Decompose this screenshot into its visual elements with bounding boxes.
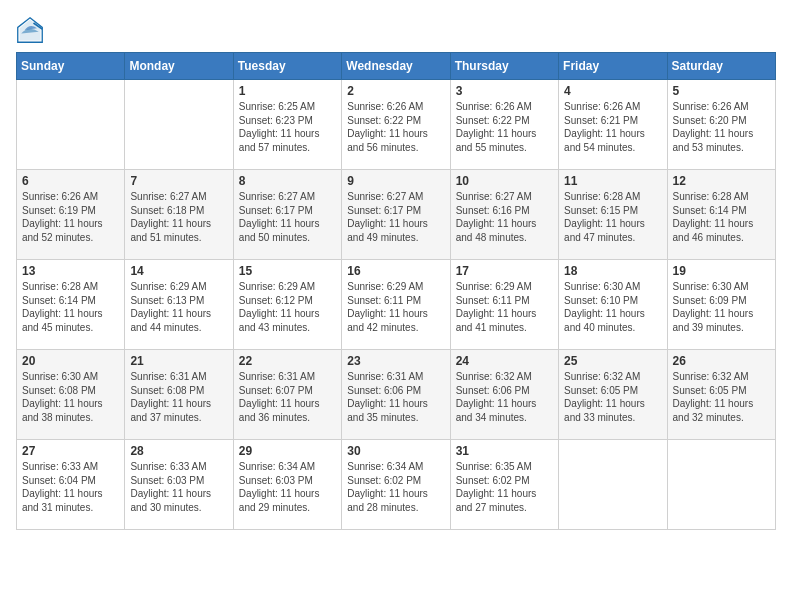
day-number: 18 (564, 264, 661, 278)
day-number: 30 (347, 444, 444, 458)
calendar-body: 1Sunrise: 6:25 AMSunset: 6:23 PMDaylight… (17, 80, 776, 530)
day-number: 11 (564, 174, 661, 188)
day-number: 10 (456, 174, 553, 188)
day-info: Sunrise: 6:30 AMSunset: 6:08 PMDaylight:… (22, 370, 119, 424)
calendar-cell: 26Sunrise: 6:32 AMSunset: 6:05 PMDayligh… (667, 350, 775, 440)
calendar-cell (125, 80, 233, 170)
calendar-cell (667, 440, 775, 530)
calendar-cell: 30Sunrise: 6:34 AMSunset: 6:02 PMDayligh… (342, 440, 450, 530)
header-day-wednesday: Wednesday (342, 53, 450, 80)
day-number: 22 (239, 354, 336, 368)
calendar-cell: 13Sunrise: 6:28 AMSunset: 6:14 PMDayligh… (17, 260, 125, 350)
day-info: Sunrise: 6:29 AMSunset: 6:11 PMDaylight:… (347, 280, 444, 334)
calendar-cell: 21Sunrise: 6:31 AMSunset: 6:08 PMDayligh… (125, 350, 233, 440)
calendar-cell: 7Sunrise: 6:27 AMSunset: 6:18 PMDaylight… (125, 170, 233, 260)
day-info: Sunrise: 6:31 AMSunset: 6:08 PMDaylight:… (130, 370, 227, 424)
day-info: Sunrise: 6:27 AMSunset: 6:16 PMDaylight:… (456, 190, 553, 244)
day-info: Sunrise: 6:29 AMSunset: 6:13 PMDaylight:… (130, 280, 227, 334)
calendar-cell (559, 440, 667, 530)
header-day-friday: Friday (559, 53, 667, 80)
calendar-cell: 15Sunrise: 6:29 AMSunset: 6:12 PMDayligh… (233, 260, 341, 350)
calendar-cell: 18Sunrise: 6:30 AMSunset: 6:10 PMDayligh… (559, 260, 667, 350)
header-day-sunday: Sunday (17, 53, 125, 80)
logo-icon (16, 16, 44, 44)
calendar-cell: 16Sunrise: 6:29 AMSunset: 6:11 PMDayligh… (342, 260, 450, 350)
calendar-cell: 9Sunrise: 6:27 AMSunset: 6:17 PMDaylight… (342, 170, 450, 260)
calendar-cell: 4Sunrise: 6:26 AMSunset: 6:21 PMDaylight… (559, 80, 667, 170)
calendar-cell: 20Sunrise: 6:30 AMSunset: 6:08 PMDayligh… (17, 350, 125, 440)
week-row-4: 20Sunrise: 6:30 AMSunset: 6:08 PMDayligh… (17, 350, 776, 440)
day-number: 24 (456, 354, 553, 368)
week-row-2: 6Sunrise: 6:26 AMSunset: 6:19 PMDaylight… (17, 170, 776, 260)
calendar-cell: 31Sunrise: 6:35 AMSunset: 6:02 PMDayligh… (450, 440, 558, 530)
day-number: 15 (239, 264, 336, 278)
day-number: 21 (130, 354, 227, 368)
calendar-cell: 5Sunrise: 6:26 AMSunset: 6:20 PMDaylight… (667, 80, 775, 170)
week-row-5: 27Sunrise: 6:33 AMSunset: 6:04 PMDayligh… (17, 440, 776, 530)
day-number: 26 (673, 354, 770, 368)
calendar-cell: 3Sunrise: 6:26 AMSunset: 6:22 PMDaylight… (450, 80, 558, 170)
calendar-table: SundayMondayTuesdayWednesdayThursdayFrid… (16, 52, 776, 530)
calendar-cell: 28Sunrise: 6:33 AMSunset: 6:03 PMDayligh… (125, 440, 233, 530)
day-info: Sunrise: 6:26 AMSunset: 6:22 PMDaylight:… (347, 100, 444, 154)
calendar-cell: 25Sunrise: 6:32 AMSunset: 6:05 PMDayligh… (559, 350, 667, 440)
day-info: Sunrise: 6:29 AMSunset: 6:12 PMDaylight:… (239, 280, 336, 334)
day-info: Sunrise: 6:31 AMSunset: 6:07 PMDaylight:… (239, 370, 336, 424)
calendar-cell: 10Sunrise: 6:27 AMSunset: 6:16 PMDayligh… (450, 170, 558, 260)
day-number: 19 (673, 264, 770, 278)
day-info: Sunrise: 6:32 AMSunset: 6:05 PMDaylight:… (564, 370, 661, 424)
day-info: Sunrise: 6:27 AMSunset: 6:18 PMDaylight:… (130, 190, 227, 244)
week-row-1: 1Sunrise: 6:25 AMSunset: 6:23 PMDaylight… (17, 80, 776, 170)
day-number: 20 (22, 354, 119, 368)
week-row-3: 13Sunrise: 6:28 AMSunset: 6:14 PMDayligh… (17, 260, 776, 350)
day-number: 4 (564, 84, 661, 98)
calendar-cell: 8Sunrise: 6:27 AMSunset: 6:17 PMDaylight… (233, 170, 341, 260)
header-row: SundayMondayTuesdayWednesdayThursdayFrid… (17, 53, 776, 80)
day-number: 9 (347, 174, 444, 188)
day-info: Sunrise: 6:29 AMSunset: 6:11 PMDaylight:… (456, 280, 553, 334)
day-number: 28 (130, 444, 227, 458)
logo (16, 16, 46, 44)
day-info: Sunrise: 6:28 AMSunset: 6:14 PMDaylight:… (673, 190, 770, 244)
calendar-cell: 24Sunrise: 6:32 AMSunset: 6:06 PMDayligh… (450, 350, 558, 440)
day-number: 31 (456, 444, 553, 458)
day-info: Sunrise: 6:26 AMSunset: 6:19 PMDaylight:… (22, 190, 119, 244)
day-info: Sunrise: 6:26 AMSunset: 6:20 PMDaylight:… (673, 100, 770, 154)
day-number: 13 (22, 264, 119, 278)
day-info: Sunrise: 6:33 AMSunset: 6:04 PMDaylight:… (22, 460, 119, 514)
day-number: 27 (22, 444, 119, 458)
header-day-monday: Monday (125, 53, 233, 80)
day-number: 29 (239, 444, 336, 458)
day-number: 8 (239, 174, 336, 188)
header-day-thursday: Thursday (450, 53, 558, 80)
calendar-cell: 27Sunrise: 6:33 AMSunset: 6:04 PMDayligh… (17, 440, 125, 530)
day-number: 16 (347, 264, 444, 278)
calendar-cell: 11Sunrise: 6:28 AMSunset: 6:15 PMDayligh… (559, 170, 667, 260)
header-day-tuesday: Tuesday (233, 53, 341, 80)
day-number: 1 (239, 84, 336, 98)
calendar-cell: 23Sunrise: 6:31 AMSunset: 6:06 PMDayligh… (342, 350, 450, 440)
day-number: 23 (347, 354, 444, 368)
calendar-cell: 2Sunrise: 6:26 AMSunset: 6:22 PMDaylight… (342, 80, 450, 170)
calendar-cell: 17Sunrise: 6:29 AMSunset: 6:11 PMDayligh… (450, 260, 558, 350)
day-info: Sunrise: 6:32 AMSunset: 6:06 PMDaylight:… (456, 370, 553, 424)
calendar-cell: 19Sunrise: 6:30 AMSunset: 6:09 PMDayligh… (667, 260, 775, 350)
day-info: Sunrise: 6:30 AMSunset: 6:10 PMDaylight:… (564, 280, 661, 334)
day-number: 7 (130, 174, 227, 188)
page-header (16, 16, 776, 44)
day-info: Sunrise: 6:30 AMSunset: 6:09 PMDaylight:… (673, 280, 770, 334)
calendar-cell: 14Sunrise: 6:29 AMSunset: 6:13 PMDayligh… (125, 260, 233, 350)
day-number: 25 (564, 354, 661, 368)
calendar-cell: 12Sunrise: 6:28 AMSunset: 6:14 PMDayligh… (667, 170, 775, 260)
day-number: 3 (456, 84, 553, 98)
calendar-cell: 29Sunrise: 6:34 AMSunset: 6:03 PMDayligh… (233, 440, 341, 530)
day-number: 17 (456, 264, 553, 278)
day-info: Sunrise: 6:26 AMSunset: 6:21 PMDaylight:… (564, 100, 661, 154)
day-number: 2 (347, 84, 444, 98)
calendar-header: SundayMondayTuesdayWednesdayThursdayFrid… (17, 53, 776, 80)
calendar-cell: 6Sunrise: 6:26 AMSunset: 6:19 PMDaylight… (17, 170, 125, 260)
calendar-cell: 1Sunrise: 6:25 AMSunset: 6:23 PMDaylight… (233, 80, 341, 170)
day-info: Sunrise: 6:25 AMSunset: 6:23 PMDaylight:… (239, 100, 336, 154)
day-info: Sunrise: 6:27 AMSunset: 6:17 PMDaylight:… (239, 190, 336, 244)
header-day-saturday: Saturday (667, 53, 775, 80)
